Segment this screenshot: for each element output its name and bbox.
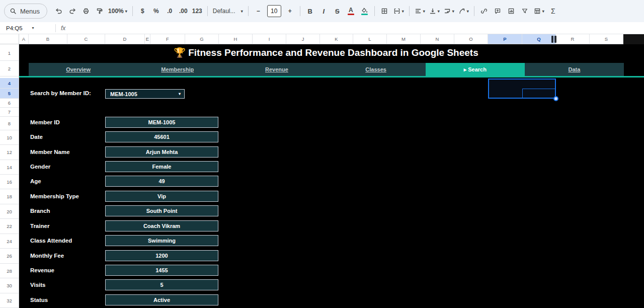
field-value-cell[interactable]: 49 [105,176,218,187]
hidden-columns-indicator[interactable] [551,36,553,43]
field-label[interactable]: Member Name [30,146,70,158]
redo-button[interactable] [66,5,78,18]
row-header-4[interactable]: 4 [0,78,19,89]
field-label[interactable]: Trainer [30,220,49,232]
column-header-B[interactable]: B [29,34,67,44]
row-header-20[interactable]: 20 [0,204,19,219]
column-header-S[interactable]: S [590,34,623,44]
menus-button[interactable]: Menus [4,4,47,19]
row-header-2[interactable]: 2 [0,61,19,76]
column-header-A[interactable]: A [19,34,29,44]
column-header-I[interactable]: I [253,34,286,44]
field-value-cell[interactable]: 1455 [105,265,218,276]
format-percent-button[interactable]: % [150,5,163,18]
functions-button[interactable]: Σ [547,5,559,18]
zoom-select[interactable]: 100% ▾ [107,5,129,18]
column-header-H[interactable]: H [219,34,253,44]
row-header-24[interactable]: 24 [0,234,19,249]
row-header-22[interactable]: 22 [0,219,19,234]
borders-button[interactable] [378,5,391,18]
column-header-G[interactable]: G [185,34,219,44]
tab-classes[interactable]: Classes [327,63,426,76]
select-all-corner[interactable] [0,34,19,44]
field-label[interactable]: Status [30,294,48,305]
member-id-dropdown[interactable]: MEM-1005 ▾ [105,89,185,99]
column-header-E[interactable]: E [145,34,150,44]
increase-decimal-button[interactable]: .00 [177,5,190,18]
tab-search[interactable]: ▸ Search [426,63,525,76]
italic-button[interactable]: I [317,5,330,18]
field-label[interactable]: Age [30,176,41,187]
tab-membership[interactable]: Membership [128,63,227,76]
bold-button[interactable]: B [304,5,316,18]
field-label[interactable]: Monthly Fee [30,250,64,261]
row-header-1[interactable]: 1 [0,45,19,61]
row-header-26[interactable]: 26 [0,249,19,264]
row-header-5[interactable]: 5 [0,89,19,99]
row-header-32[interactable]: 32 [0,293,19,308]
row-header-18[interactable]: 18 [0,189,19,204]
horizontal-align-button[interactable]: ▾ [413,5,427,18]
column-header-L[interactable]: L [353,34,387,44]
column-header-C[interactable]: C [67,34,105,44]
decrease-decimal-button[interactable]: .0 [164,5,176,18]
paint-format-button[interactable] [93,5,106,18]
field-label[interactable]: Date [30,131,43,142]
field-value-cell[interactable]: Swimming [105,235,218,246]
row-header-16[interactable]: 16 [0,175,19,189]
sheet-grid[interactable]: 🏆 Fitness Performance and Revenue Dashbo… [19,44,644,308]
more-formats-button[interactable]: 123 [191,5,204,18]
insert-chart-button[interactable] [505,5,518,18]
tab-overview[interactable]: Overview [29,63,128,76]
print-button[interactable] [79,5,92,18]
row-header-6[interactable]: 6 [0,99,19,108]
row-header-7[interactable]: 7 [0,108,19,117]
row-header-8[interactable]: 8 [0,117,19,130]
column-header-O[interactable]: O [454,34,488,44]
field-value-cell[interactable]: Vip [105,191,218,202]
field-value-cell[interactable]: Active [105,294,218,305]
row-header-10[interactable]: 10 [0,130,19,145]
table-views-button[interactable]: ▾ [532,5,546,18]
column-header-K[interactable]: K [320,34,353,44]
undo-button[interactable] [52,5,65,18]
field-label[interactable]: Visits [30,279,45,290]
merge-cells-button[interactable]: ▾ [392,5,406,18]
field-value-cell[interactable]: Female [105,161,218,172]
format-currency-button[interactable]: $ [136,5,149,18]
font-size-input[interactable]: 10 [267,5,281,17]
field-label[interactable]: Membership Type [30,191,79,202]
text-color-button[interactable]: A [345,5,357,18]
row-header-14[interactable]: 14 [0,160,19,175]
column-header-F[interactable]: F [150,34,185,44]
row-header-12[interactable]: 12 [0,145,19,160]
field-label[interactable]: Gender [30,161,50,172]
row-header-30[interactable]: 30 [0,278,19,293]
column-header-Q[interactable]: Q [522,34,556,44]
decrease-font-size-button[interactable]: − [252,5,265,18]
field-value-cell[interactable]: Arjun Mehta [105,146,218,158]
field-value-cell[interactable]: 5 [105,279,218,290]
formula-input[interactable] [65,22,644,34]
field-value-cell[interactable]: South Point [105,205,218,216]
field-value-cell[interactable]: MEM-1005 [105,117,218,128]
field-value-cell[interactable]: Coach Vikram [105,220,218,232]
text-rotation-button[interactable]: ▾ [457,5,470,18]
column-header-N[interactable]: N [421,34,454,44]
selection-handle[interactable] [553,96,558,101]
column-header-D[interactable]: D [105,34,145,44]
field-label[interactable]: Revenue [30,265,54,276]
tab-revenue[interactable]: Revenue [227,63,326,76]
column-header-M[interactable]: M [387,34,421,44]
vertical-align-button[interactable]: ▾ [428,5,441,18]
hidden-columns-indicator[interactable] [554,36,556,43]
tab-data[interactable]: Data [525,63,624,76]
field-label[interactable]: Branch [30,205,50,216]
fill-color-button[interactable] [358,5,371,18]
field-label[interactable]: Class Attended [30,235,72,246]
column-header-P[interactable]: P [488,34,522,44]
field-value-cell[interactable]: 45601 [105,131,218,142]
insert-link-button[interactable] [478,5,491,18]
column-header-R[interactable]: R [556,34,590,44]
row-header-28[interactable]: 28 [0,264,19,278]
